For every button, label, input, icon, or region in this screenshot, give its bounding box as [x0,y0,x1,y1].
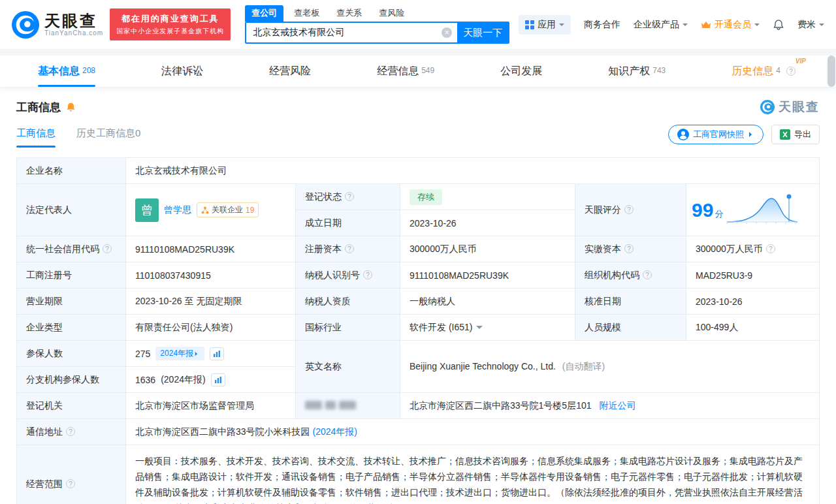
chevron-down-icon [819,24,824,29]
brand-name: 天眼查 [44,12,103,29]
label-taxpayer-no: 纳税人识别号? [296,262,400,289]
insured-trend-chart-icon[interactable] [210,347,224,360]
help-icon[interactable]: ? [643,270,652,279]
annual-report-link[interactable]: (2024年报) [312,426,357,437]
tab-label: 经营信息 [377,65,419,78]
value-reg-status: 存续 [400,184,575,210]
value-staff-size: 100-499人 [686,315,820,341]
chevron-down-icon[interactable] [476,326,483,332]
business-coop-link[interactable]: 商务合作 [584,19,620,31]
value-tianyan-score[interactable]: 99分 [686,184,820,236]
ribbon-line1: 都在用的商业查询工具 [116,13,224,25]
tab-label: 历史信息 [732,65,773,78]
value-branch-insured-count: 1636 (2024年报) [126,367,296,393]
tab-intellectual-property[interactable]: 知识产权 743 [608,55,666,87]
value-business-term: 2023-10-26 至 无固定期限 [126,289,296,315]
value-org-code: MAD25RU3-9 [686,262,820,289]
value-establish-date: 2023-10-26 [400,210,575,236]
chevron-down-icon [683,24,688,29]
tab-count: 549 [421,66,434,75]
watermark-text: 天眼查 [779,99,820,116]
search-tab-boss[interactable]: 查老板 [287,5,326,22]
label-credit-code: 统一社会信用代码? [17,236,126,262]
export-button[interactable]: 导出 [771,125,820,144]
subtab-business-info[interactable]: 工商信息 [16,127,56,148]
tab-company-development[interactable]: 公司发展 [500,55,542,87]
help-icon[interactable]: ? [66,479,75,488]
label-business-term: 营业期限 [17,289,126,315]
label-approve-date: 核准日期 [575,289,686,315]
label-taxpayer-quality: 纳税人资质 [296,289,400,315]
tianyancha-logo[interactable]: 天眼查 TianYanCha.com [12,11,103,39]
legal-rep-name-link[interactable]: 曾学思 [164,204,191,216]
business-info-table: 企业名称 北京玄戒技术有限公司 法定代表人 曾 曾学思 关联企业 19 [16,157,820,504]
crown-icon [701,21,711,29]
label-insured-count: 参保人数 [17,341,126,367]
table-row: 经营范围? 一般项目：技术服务、技术开发、技术咨询、技术交流、技术转让、技术推广… [17,445,820,504]
tab-label: 法律诉讼 [161,65,203,78]
help-icon[interactable]: ? [624,205,634,214]
search-tab-relation[interactable]: 查关系 [330,5,368,22]
vip-badge: VIP [796,57,806,65]
tab-business-risk[interactable]: 经营风险 [269,55,311,87]
search-input[interactable] [246,23,442,42]
notifications-bell-icon[interactable] [773,19,784,31]
label-paid-capital: 实缴资本? [575,236,686,262]
label-redacted [296,393,400,419]
arrow-right-icon [749,132,754,137]
subscribe-bell-icon[interactable] [66,102,76,112]
score-number: 99分 [692,199,723,221]
apps-grid-icon [525,20,534,29]
business-coop-label: 商务合作 [584,19,620,31]
value-paid-capital: 300000万人民币? [686,236,820,262]
official-snapshot-button[interactable]: 工商官网快照 [668,125,764,144]
nearby-companies-link[interactable]: 附近公司 [599,400,635,411]
help-icon[interactable]: ? [766,244,775,253]
related-companies-badge[interactable]: 关联企业 19 [197,202,259,217]
help-icon[interactable]: ? [786,67,796,76]
search-tab-risk[interactable]: 查风险 [372,5,411,22]
apps-menu[interactable]: 应用 [519,15,571,35]
help-icon[interactable]: ? [624,244,634,253]
snapshot-person-icon [677,129,689,140]
table-row: 统一社会信用代码? 91110108MAD25RU39K 注册资本? 30000… [17,236,820,262]
related-companies-count: 19 [246,206,254,215]
tab-count: 743 [652,66,666,75]
vip-upgrade-menu[interactable]: 开通会员 [701,19,760,31]
related-companies-label: 关联企业 [212,204,243,215]
clear-search-icon[interactable]: × [442,27,452,38]
legal-rep-avatar[interactable]: 曾 [135,198,159,222]
search-button[interactable]: 天眼一下 [457,23,508,42]
user-menu[interactable]: 费米 [797,19,824,31]
tab-count: 4 [776,66,780,75]
annual-report-badge[interactable]: 2024年报 [155,347,204,360]
username-label: 费米 [797,19,816,31]
table-row: 登记机关 北京市海淀区市场监督管理局 北京市海淀区西二旗中路33号院1号楼5层1… [17,393,820,419]
table-row: 参保人数 275 2024年报 英文名称 Beijing Xuanjie Tec [17,341,820,367]
label-reg-authority: 登记机关 [17,393,126,419]
tab-basic-info[interactable]: 基本信息 208 [38,55,95,87]
tab-count: 208 [82,66,95,75]
help-icon[interactable]: ? [345,244,354,253]
annual-report-note: (2024年报) [161,374,205,386]
export-button-label: 导出 [794,129,811,140]
subtab-history-business-info[interactable]: 历史工商信息0 [76,127,140,148]
help-icon[interactable]: ? [103,244,112,253]
value-credit-code: 91110108MAD25RU39K [126,236,296,262]
scrollbar-thumb[interactable] [828,55,835,87]
search-area: 查公司 查老板 查关系 查风险 × 天眼一下 [245,5,509,44]
value-industry[interactable]: 软件开发 (I651) [400,315,575,341]
section-title: 工商信息 [16,100,76,115]
help-icon[interactable]: ? [345,192,354,201]
chevron-down-icon [754,24,760,29]
help-icon[interactable]: ? [66,427,75,436]
tab-history-info[interactable]: 历史信息 4 ? VIP [732,55,798,87]
tab-legal-proceedings[interactable]: 法律诉讼 [161,55,203,87]
status-badge: 存续 [410,189,442,205]
enterprise-products-menu[interactable]: 企业级产品 [634,19,688,31]
branch-insured-trend-chart-icon[interactable] [211,373,225,386]
help-icon[interactable]: ? [363,270,372,279]
tab-business-info[interactable]: 经营信息 549 [377,55,434,87]
search-tab-company[interactable]: 查公司 [245,5,283,22]
redacted-label-blur [305,401,356,409]
